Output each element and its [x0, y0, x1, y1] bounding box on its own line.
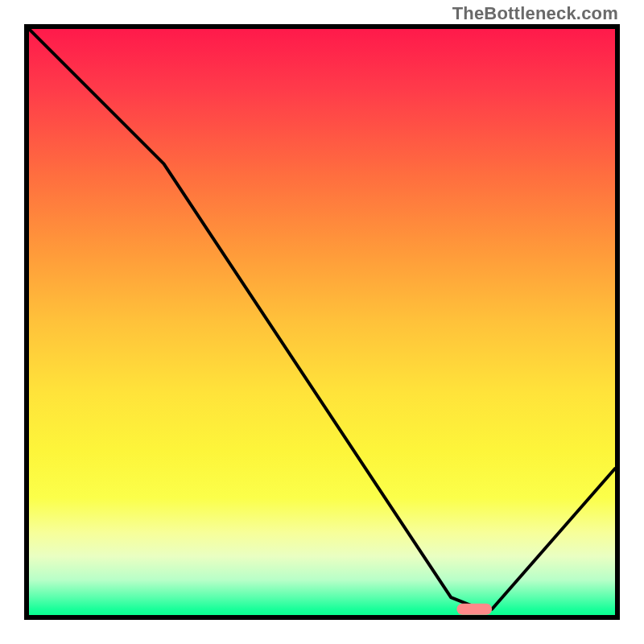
- curve-layer: [29, 29, 615, 615]
- bottleneck-curve-line: [29, 29, 615, 609]
- watermark-text: TheBottleneck.com: [452, 3, 618, 24]
- plot-area: [29, 29, 615, 615]
- chart-frame: [24, 24, 620, 620]
- optimal-range-marker: [456, 604, 492, 615]
